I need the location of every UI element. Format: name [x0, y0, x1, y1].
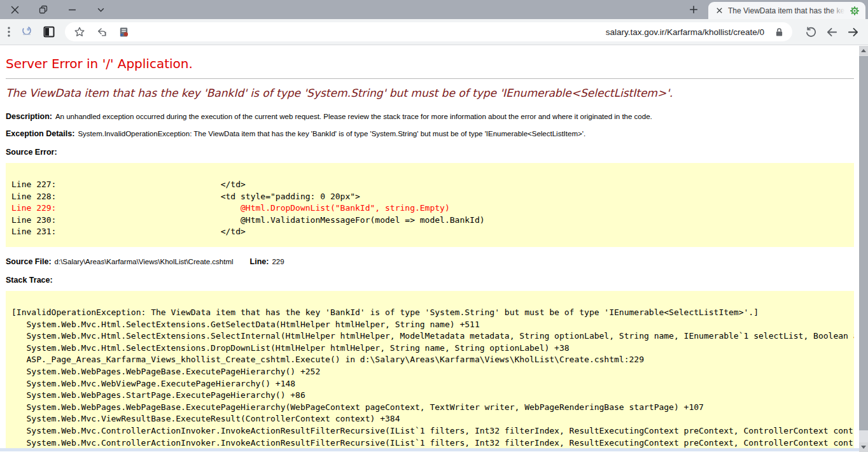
description-row: Description:An unhandled exception occur…: [6, 112, 854, 121]
stack-trace-heading: Stack Trace:: [6, 276, 854, 285]
forward-arrow-icon[interactable]: [847, 26, 859, 38]
browser-tab[interactable]: The ViewData item that has the ke: [708, 2, 865, 19]
tab-menu-chevron-icon[interactable]: [95, 4, 106, 15]
horizontal-scrollbar[interactable]: [0, 448, 859, 451]
window-minimize-button[interactable]: [66, 4, 78, 15]
stack-trace-line: System.Web.Mvc.ViewResultBase.ExecuteRes…: [11, 413, 854, 425]
source-error-heading: Source Error:: [6, 148, 854, 157]
gear-favicon-icon: [849, 5, 860, 16]
address-bar[interactable]: salary.tax.gov.ir/Karfarma/khollist/crea…: [65, 22, 792, 41]
sidebar-toggle-icon[interactable]: [43, 26, 55, 38]
bookmark-star-icon[interactable]: [74, 26, 85, 38]
browser-toolbar: salary.tax.gov.ir/Karfarma/khollist/crea…: [0, 19, 868, 45]
new-tab-button[interactable]: [685, 1, 702, 18]
source-code-line: Line 231: </td>: [11, 226, 854, 238]
aspnet-error-page: Server Error in '/' Application. The Vie…: [0, 56, 868, 451]
scrollbar-thumb[interactable]: [859, 56, 868, 430]
back-arrow-icon[interactable]: [826, 26, 838, 38]
source-file-path: d:\Salary\Areas\Karfarma\Views\KholList\…: [55, 258, 234, 265]
reload-icon[interactable]: [805, 26, 817, 38]
line-label: Line:: [250, 257, 269, 266]
error-subtitle: The ViewData item that has the key 'Bank…: [6, 87, 854, 99]
stack-trace-line: System.Web.WebPages.WebPageBase.ExecuteP…: [11, 366, 854, 378]
exception-details-text: System.InvalidOperationException: The Vi…: [78, 130, 585, 138]
source-code-line: Line 228: <td style="padding: 0 20px">: [11, 191, 854, 203]
source-code-line: Line 227: </td>: [11, 179, 854, 191]
source-error-code-block: Line 227: </td>Line 228: <td style="padd…: [6, 163, 854, 247]
source-code-line: Line 229: @Html.DropDownList("BankId", s…: [11, 202, 854, 215]
stack-trace-line: System.Web.Mvc.Html.SelectExtensions.Sel…: [11, 330, 854, 343]
page-title: Server Error in '/' Application.: [6, 56, 854, 71]
line-number: 229: [272, 258, 284, 265]
tab-title: The ViewData item that has the ke: [728, 6, 845, 16]
window-controls: [9, 4, 106, 15]
scrollbar-up-arrow-icon[interactable]: [859, 46, 868, 55]
browser-menu-kebab-icon[interactable]: [8, 27, 10, 37]
page-viewport: Server Error in '/' Application. The Vie…: [0, 45, 868, 451]
source-file-row: Source File:d:\Salary\Areas\Karfarma\Vie…: [6, 257, 854, 266]
stack-trace-block: [InvalidOperationException: The ViewData…: [6, 291, 854, 451]
stack-trace-line: System.Web.Mvc.Html.SelectExtensions.Dro…: [11, 343, 854, 355]
stack-trace-line: System.Web.Mvc.ControllerActionInvoker.I…: [11, 437, 854, 449]
stack-trace-line: System.Web.Mvc.ControllerActionInvoker.I…: [11, 425, 854, 437]
source-file-label: Source File:: [6, 257, 52, 266]
extension-icon[interactable]: [20, 25, 33, 38]
stack-trace-line: [InvalidOperationException: The ViewData…: [11, 307, 854, 319]
lock-icon[interactable]: [775, 27, 783, 37]
stack-trace-line: System.Web.Mvc.WebViewPage.ExecutePageHi…: [11, 378, 854, 390]
navigation-buttons: [805, 26, 859, 38]
share-icon[interactable]: [96, 26, 108, 38]
tab-close-icon[interactable]: [714, 6, 724, 16]
source-code-line: Line 230: @Html.ValidationMessageFor(mod…: [11, 215, 854, 227]
tab-strip: The ViewData item that has the ke: [0, 0, 868, 19]
stack-trace-line: ASP._Page_Areas_Karfarma_Views_khollist_…: [11, 354, 854, 366]
profile-page-icon[interactable]: [118, 27, 129, 38]
stack-trace-line: System.Web.WebPages.WebPageBase.ExecuteP…: [11, 402, 854, 414]
stack-trace-line: System.Web.Mvc.Html.SelectExtensions.Get…: [11, 319, 854, 331]
title-divider: [6, 78, 854, 79]
stack-trace-line: System.Web.WebPages.StartPage.ExecutePag…: [11, 390, 854, 402]
description-text: An unhandled exception occurred during t…: [55, 113, 652, 120]
window-restore-button[interactable]: [38, 4, 49, 15]
scrollbar-down-arrow-icon[interactable]: [859, 442, 868, 452]
exception-details-row: Exception Details:System.InvalidOperatio…: [6, 129, 854, 138]
exception-details-label: Exception Details:: [6, 129, 74, 138]
url-text[interactable]: salary.tax.gov.ir/Karfarma/khollist/crea…: [606, 27, 764, 37]
vertical-scrollbar[interactable]: [859, 46, 868, 452]
description-label: Description:: [6, 112, 52, 121]
window-close-button[interactable]: [9, 4, 20, 15]
